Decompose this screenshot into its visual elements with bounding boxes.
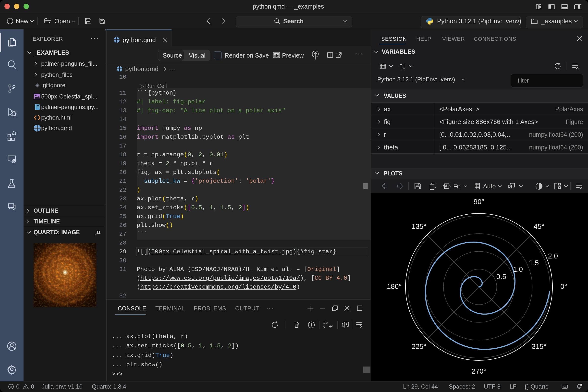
svg-text:135°: 135° [412,222,426,230]
svg-text:225°: 225° [412,342,426,350]
svg-text:1.0: 1.0 [513,265,523,273]
svg-text:2.0: 2.0 [548,252,558,260]
svg-text:0°: 0° [560,282,567,290]
svg-text:315°: 315° [532,342,546,350]
svg-text:0.5: 0.5 [496,273,506,280]
svg-text:270°: 270° [472,367,486,375]
svg-text:45°: 45° [534,222,544,230]
svg-text:1.5: 1.5 [529,259,539,267]
svg-text:180°: 180° [387,282,402,290]
svg-text:90°: 90° [474,198,484,206]
